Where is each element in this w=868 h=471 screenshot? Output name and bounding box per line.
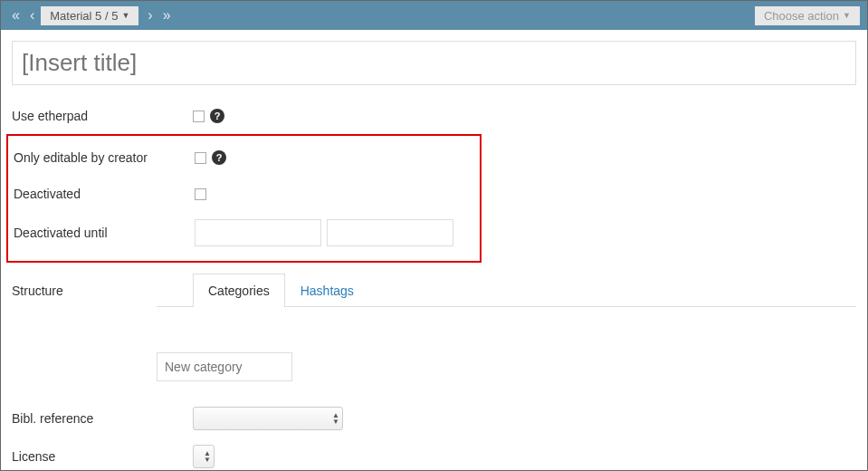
- row-deactivated: Deactivated: [14, 176, 472, 212]
- checkbox-use-etherpad[interactable]: [193, 111, 205, 122]
- topbar: « ‹ Material 5 / 5 ▼ › » Choose action ▼: [1, 1, 867, 30]
- material-label: Material 5 / 5: [50, 9, 118, 23]
- tab-hashtags[interactable]: Hashtags: [285, 274, 369, 307]
- nav-first-icon[interactable]: «: [8, 7, 21, 24]
- nav-next-icon[interactable]: ›: [144, 7, 153, 24]
- label-only-editable: Only editable by creator: [14, 150, 195, 165]
- label-license: License: [12, 449, 193, 464]
- checkbox-only-editable[interactable]: [195, 152, 206, 164]
- title-input[interactable]: [12, 41, 856, 85]
- topbar-left: « ‹ Material 5 / 5 ▼ › »: [8, 6, 172, 25]
- tabs-container: Categories Hashtags: [193, 274, 856, 307]
- deactivated-until-date-input[interactable]: [195, 219, 321, 246]
- control-license: ▲▼: [193, 445, 215, 468]
- choose-action-dropdown[interactable]: Choose action ▼: [755, 6, 860, 25]
- material-dropdown[interactable]: Material 5 / 5 ▼: [41, 6, 138, 25]
- control-deactivated-until: [195, 219, 453, 246]
- form-area: Use etherpad ? Only editable by creator …: [12, 85, 856, 471]
- control-only-editable: ?: [195, 150, 226, 165]
- choose-action-label: Choose action: [764, 9, 839, 23]
- nav-prev-icon[interactable]: ‹: [26, 7, 35, 24]
- deactivated-until-time-input[interactable]: [327, 219, 453, 246]
- category-section: [12, 307, 856, 399]
- bibl-reference-select[interactable]: [193, 407, 343, 430]
- caret-down-icon: ▼: [843, 11, 851, 20]
- row-use-etherpad: Use etherpad ?: [12, 98, 856, 134]
- highlighted-section: Only editable by creator ? Deactivated D…: [6, 134, 482, 263]
- nav-last-icon[interactable]: »: [159, 7, 172, 24]
- row-only-editable: Only editable by creator ?: [14, 139, 472, 176]
- row-deactivated-until: Deactivated until: [14, 212, 472, 254]
- control-deactivated: [195, 188, 206, 200]
- app-window: « ‹ Material 5 / 5 ▼ › » Choose action ▼…: [0, 0, 868, 471]
- content-area: Use etherpad ? Only editable by creator …: [1, 30, 867, 471]
- tab-categories[interactable]: Categories: [193, 274, 285, 307]
- help-icon[interactable]: ?: [210, 109, 224, 123]
- label-structure: Structure: [12, 284, 193, 307]
- license-select-wrap: ▲▼: [193, 445, 215, 468]
- control-use-etherpad: ?: [193, 109, 224, 123]
- license-select[interactable]: [193, 445, 215, 468]
- checkbox-deactivated[interactable]: [195, 188, 206, 200]
- control-bibl-reference: ▲▼: [193, 407, 343, 430]
- caret-down-icon: ▼: [121, 11, 129, 20]
- label-bibl-reference: Bibl. reference: [12, 411, 193, 426]
- row-bibl-reference: Bibl. reference ▲▼: [12, 399, 856, 437]
- new-category-input[interactable]: [157, 352, 292, 381]
- row-license: License ▲▼: [12, 437, 856, 471]
- label-use-etherpad: Use etherpad: [12, 109, 193, 123]
- row-structure: Structure Categories Hashtags: [12, 274, 856, 307]
- help-icon[interactable]: ?: [212, 150, 226, 165]
- label-deactivated-until: Deactivated until: [14, 226, 195, 240]
- label-deactivated: Deactivated: [14, 187, 195, 201]
- bibl-reference-select-wrap: ▲▼: [193, 407, 343, 430]
